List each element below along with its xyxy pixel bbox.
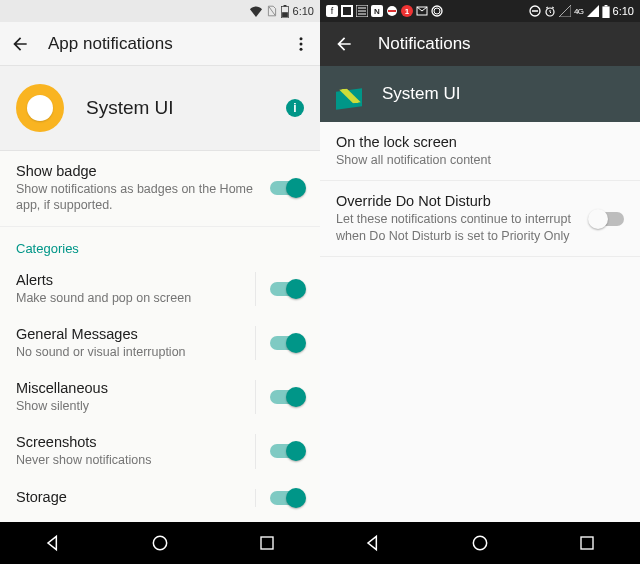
content-area: Show badge Show notifications as badges … [0, 151, 320, 522]
sim-icon [267, 5, 277, 17]
dnd-icon [529, 5, 541, 17]
phone-right: f N 1 4G 6:10 Notifications System UI On… [320, 0, 640, 564]
app-bar: Notifications [320, 22, 640, 66]
nav-bar [0, 522, 320, 564]
svg-point-4 [300, 37, 303, 40]
app-icon [336, 80, 364, 108]
app-header: System UI [320, 66, 640, 122]
show-badge-subtitle: Show notifications as badges on the Home… [16, 181, 260, 214]
overflow-menu-icon[interactable] [292, 35, 310, 53]
nav-home-icon[interactable] [130, 533, 190, 553]
override-subtitle: Let these notifications continue to inte… [336, 211, 580, 244]
nav-back-icon[interactable] [23, 533, 83, 553]
svg-rect-12 [343, 7, 351, 15]
show-badge-toggle[interactable] [270, 181, 304, 195]
override-dnd-row[interactable]: Override Do Not Disturb Let these notifi… [320, 181, 640, 257]
category-toggle[interactable] [270, 491, 304, 505]
notif-icon [416, 5, 428, 17]
category-subtitle: No sound or visual interruption [16, 344, 241, 360]
nav-back-icon[interactable] [343, 533, 403, 553]
category-subtitle: Show silently [16, 398, 241, 414]
notif-icon: 1 [401, 5, 413, 17]
nav-bar [320, 522, 640, 564]
svg-point-27 [473, 536, 486, 549]
app-bar: App notifications [0, 22, 320, 66]
svg-text:1: 1 [405, 7, 410, 16]
notif-icon: f [326, 5, 338, 17]
nav-recent-icon[interactable] [557, 534, 617, 552]
category-subtitle: Never show notifications [16, 452, 241, 468]
lockscreen-title: On the lock screen [336, 134, 624, 150]
divider [255, 489, 256, 507]
svg-rect-26 [604, 5, 607, 6]
svg-line-0 [269, 7, 275, 15]
signal-icon [559, 5, 571, 17]
category-row-screenshots[interactable]: Screenshots Never show notifications [0, 424, 320, 478]
notif-icon [356, 5, 368, 17]
status-time: 6:10 [293, 5, 314, 17]
category-row-general[interactable]: General Messages No sound or visual inte… [0, 316, 320, 370]
category-row-storage[interactable]: Storage [0, 479, 320, 517]
notif-icon: N [371, 5, 383, 17]
show-badge-title: Show badge [16, 163, 260, 179]
category-toggle[interactable] [270, 282, 304, 296]
svg-rect-25 [602, 6, 609, 18]
category-toggle[interactable] [270, 444, 304, 458]
category-row-alerts[interactable]: Alerts Make sound and pop on screen [0, 262, 320, 316]
svg-rect-28 [581, 537, 593, 549]
status-bar: 6:10 [0, 0, 320, 22]
appbar-title: App notifications [48, 34, 274, 54]
lockscreen-subtitle: Show all notification content [336, 152, 624, 168]
nav-recent-icon[interactable] [237, 534, 297, 552]
category-subtitle: Make sound and pop on screen [16, 290, 241, 306]
app-icon [16, 84, 64, 132]
svg-rect-3 [282, 12, 288, 17]
svg-point-5 [300, 42, 303, 45]
svg-rect-2 [283, 5, 286, 6]
alarm-icon [544, 5, 556, 17]
svg-point-6 [300, 47, 303, 50]
app-name: System UI [86, 97, 264, 119]
divider [255, 326, 256, 360]
categories-label: Categories [0, 227, 320, 262]
content-area: On the lock screen Show all notification… [320, 122, 640, 522]
svg-point-7 [153, 536, 166, 549]
status-time: 6:10 [613, 5, 634, 17]
category-title: Screenshots [16, 434, 241, 450]
notif-icon [386, 5, 398, 17]
appbar-title: Notifications [378, 34, 471, 54]
signal-icon [587, 5, 599, 17]
phone-left: 6:10 App notifications System UI i Show … [0, 0, 320, 564]
info-icon[interactable]: i [286, 99, 304, 117]
network-label: 4G [574, 7, 584, 16]
divider [255, 434, 256, 468]
category-title: Miscellaneous [16, 380, 241, 396]
override-title: Override Do Not Disturb [336, 193, 580, 209]
lockscreen-row[interactable]: On the lock screen Show all notification… [320, 122, 640, 181]
svg-rect-17 [388, 10, 396, 12]
category-title: Storage [16, 489, 241, 505]
status-bar: f N 1 4G 6:10 [320, 0, 640, 22]
app-name: System UI [382, 84, 460, 104]
notif-icon [341, 5, 353, 17]
back-icon[interactable] [334, 34, 354, 54]
back-icon[interactable] [10, 34, 30, 54]
divider [255, 380, 256, 414]
wifi-icon [249, 6, 263, 17]
divider [255, 272, 256, 306]
app-header: System UI i [0, 66, 320, 151]
category-row-misc[interactable]: Miscellaneous Show silently [0, 370, 320, 424]
nav-home-icon[interactable] [450, 533, 510, 553]
svg-text:N: N [374, 7, 380, 16]
show-badge-row[interactable]: Show badge Show notifications as badges … [0, 151, 320, 227]
category-toggle[interactable] [270, 336, 304, 350]
category-title: Alerts [16, 272, 241, 288]
svg-rect-8 [261, 537, 273, 549]
notif-icon [431, 5, 443, 17]
category-title: General Messages [16, 326, 241, 342]
battery-icon [602, 5, 610, 18]
override-toggle[interactable] [590, 212, 624, 226]
battery-icon [281, 5, 289, 18]
category-toggle[interactable] [270, 390, 304, 404]
